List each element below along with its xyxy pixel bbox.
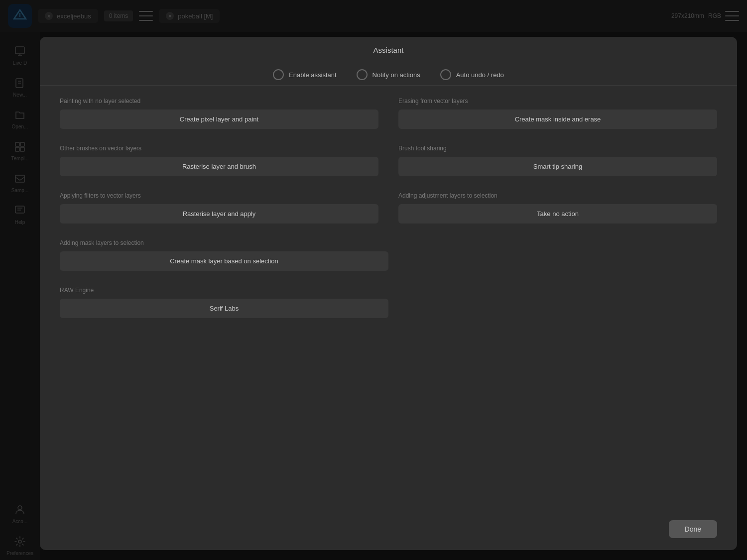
toggle-enable-assistant-circle[interactable]	[273, 69, 284, 80]
toggle-auto-undo-redo[interactable]: Auto undo / redo	[440, 69, 504, 80]
section-other-brushes-vector: Other brushes on vector layers Rasterise…	[60, 145, 378, 176]
section-applying-filters-vector: Applying filters to vector layers Raster…	[60, 192, 378, 224]
toggle-auto-undo-redo-label: Auto undo / redo	[456, 71, 504, 79]
btn-take-no-action[interactable]: Take no action	[398, 204, 717, 224]
section-label-adding-adjustment-layers: Adding adjustment layers to selection	[398, 192, 717, 199]
toggle-notify-on-actions-label: Notify on actions	[373, 71, 420, 79]
modal-header: Assistant	[40, 37, 737, 62]
toggle-enable-assistant-label: Enable assistant	[289, 71, 336, 79]
done-button[interactable]: Done	[669, 520, 717, 538]
btn-rasterise-layer-and-brush[interactable]: Rasterise layer and brush	[60, 157, 378, 176]
btn-create-mask-layer-based-on-selection[interactable]: Create mask layer based on selection	[60, 251, 388, 271]
section-label-brush-tool-sharing: Brush tool sharing	[398, 145, 717, 152]
toggle-notify-on-actions-circle[interactable]	[357, 69, 368, 80]
section-label-adding-mask-layers: Adding mask layers to selection	[60, 239, 717, 246]
section-brush-tool-sharing: Brush tool sharing Smart tip sharing	[398, 145, 717, 176]
toggle-row: Enable assistant Notify on actions Auto …	[40, 62, 737, 86]
section-label-raw-engine: RAW Engine	[60, 287, 388, 294]
section-label-erasing-vector: Erasing from vector layers	[398, 98, 717, 105]
section-painting-no-layer: Painting with no layer selected Create p…	[60, 98, 378, 129]
toggle-enable-assistant[interactable]: Enable assistant	[273, 69, 336, 80]
section-label-other-brushes-vector: Other brushes on vector layers	[60, 145, 378, 152]
section-grid: Painting with no layer selected Create p…	[60, 98, 717, 271]
assistant-modal: Assistant Enable assistant Notify on act…	[40, 37, 737, 550]
section-label-painting-no-layer: Painting with no layer selected	[60, 98, 378, 105]
modal-body: Painting with no layer selected Create p…	[40, 86, 737, 520]
modal-footer: Done	[40, 520, 737, 538]
btn-create-mask-inside-and-erase[interactable]: Create mask inside and erase	[398, 110, 717, 129]
section-raw-engine: RAW Engine Serif Labs	[60, 287, 388, 318]
btn-rasterise-layer-and-apply[interactable]: Rasterise layer and apply	[60, 204, 378, 224]
toggle-auto-undo-redo-circle[interactable]	[440, 69, 451, 80]
section-adding-mask-layers: Adding mask layers to selection Create m…	[60, 239, 717, 271]
toggle-notify-on-actions[interactable]: Notify on actions	[357, 69, 420, 80]
modal-title: Assistant	[374, 46, 404, 54]
btn-create-pixel-layer-and-paint[interactable]: Create pixel layer and paint	[60, 110, 378, 129]
btn-serif-labs[interactable]: Serif Labs	[60, 299, 388, 318]
section-erasing-vector: Erasing from vector layers Create mask i…	[398, 98, 717, 129]
btn-smart-tip-sharing[interactable]: Smart tip sharing	[398, 157, 717, 176]
section-adding-adjustment-layers: Adding adjustment layers to selection Ta…	[398, 192, 717, 224]
section-label-applying-filters-vector: Applying filters to vector layers	[60, 192, 378, 199]
